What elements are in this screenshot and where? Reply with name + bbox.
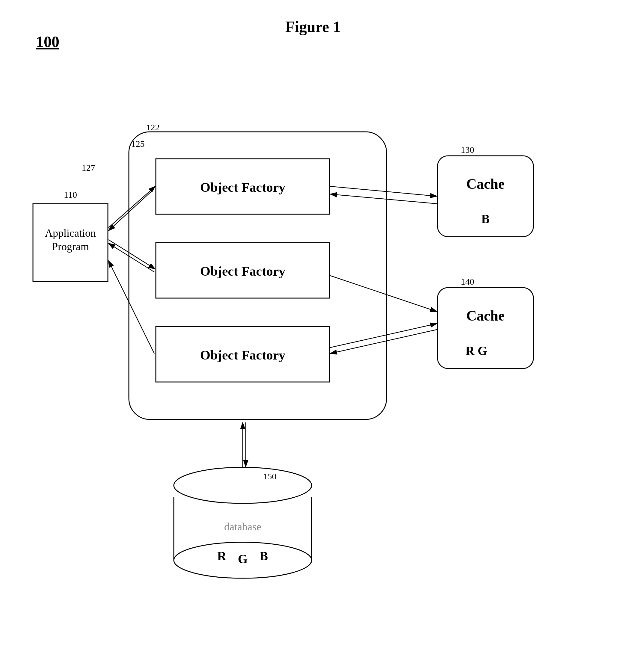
svg-text:Object Factory: Object Factory [200,348,286,362]
svg-rect-7 [129,132,387,419]
svg-line-36 [109,189,154,231]
figure-label: 100 [36,33,59,51]
svg-rect-8 [156,159,330,214]
svg-line-39 [109,261,154,354]
svg-text:R: R [217,549,226,563]
svg-text:R G: R G [465,344,487,358]
svg-line-44 [330,275,437,312]
svg-text:Application: Application [45,227,96,239]
svg-rect-18 [437,288,533,368]
svg-rect-12 [156,327,330,382]
svg-rect-3 [33,204,108,282]
svg-text:Cache: Cache [466,308,505,323]
svg-text:122: 122 [146,122,160,132]
svg-text:127: 127 [82,163,95,173]
page-title: Figure 1 [0,18,626,35]
svg-text:B: B [481,212,490,226]
svg-rect-14 [437,156,533,237]
svg-rect-10 [156,243,330,298]
svg-rect-22 [174,485,312,569]
svg-line-41 [330,194,437,204]
svg-text:Program: Program [52,241,89,253]
svg-line-43 [330,330,437,354]
svg-text:Object Factory: Object Factory [200,180,286,195]
svg-point-26 [174,467,312,503]
svg-text:G: G [238,552,248,566]
svg-line-40 [330,186,437,196]
svg-text:B: B [260,549,268,563]
svg-line-38 [109,243,154,272]
svg-text:150: 150 [263,471,276,481]
svg-text:110: 110 [64,190,77,199]
svg-point-25 [174,542,312,578]
svg-text:125: 125 [131,139,145,149]
svg-text:130: 130 [461,145,474,154]
svg-text:Cache: Cache [466,176,505,192]
svg-text:database: database [224,521,261,533]
svg-line-35 [109,186,155,228]
svg-text:140: 140 [461,277,474,286]
svg-line-37 [109,240,155,269]
svg-text:Object Factory: Object Factory [200,264,286,279]
svg-line-42 [330,323,437,347]
